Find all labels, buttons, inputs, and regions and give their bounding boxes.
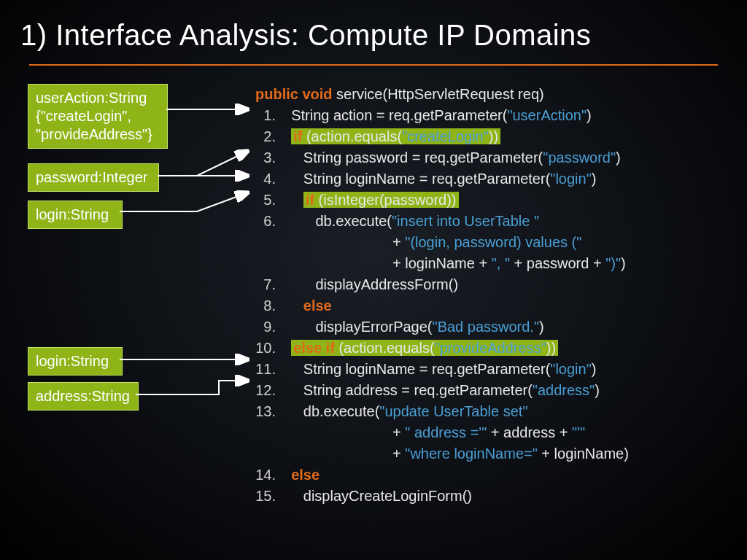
code-signature: public void service(HttpServletRequest r…	[255, 84, 629, 105]
code-line-13b: + " address ='" + address + "'"	[255, 422, 629, 443]
code-line-15: 15. displayCreateLoginForm()	[255, 486, 629, 507]
code-line-10: 10. else if (action.equals("provideAddre…	[255, 338, 629, 359]
slide: 1) Interface Analysis: Compute IP Domain…	[0, 0, 747, 560]
code-line-6c: + loginName + ", " + password + ")")	[255, 253, 629, 274]
code-line-13c: + "where loginName=" + loginName)	[255, 443, 629, 464]
code-line-13: 13. db.execute("update UserTable set"	[255, 401, 629, 422]
code-line-5: 5. if (isInteger(password))	[255, 190, 629, 211]
code-listing: public void service(HttpServletRequest r…	[255, 84, 629, 507]
code-line-3: 3. String password = req.getParameter("p…	[255, 147, 629, 168]
code-line-7: 7. displayAddressForm()	[255, 274, 629, 295]
code-line-1: 1. String action = req.getParameter("use…	[255, 105, 629, 126]
code-line-12: 12. String address = req.getParameter("a…	[255, 380, 629, 401]
code-line-6: 6. db.execute("insert into UserTable "	[255, 211, 629, 232]
code-line-4: 4. String loginName = req.getParameter("…	[255, 168, 629, 190]
code-line-8: 8. else	[255, 295, 629, 316]
code-line-2: 2. if (action.equals("createLogin"))	[255, 126, 629, 147]
code-line-9: 9. displayErrorPage("Bad password.")	[255, 316, 629, 338]
code-line-6b: + "(login, password) values ("	[255, 232, 629, 253]
code-line-14: 14. else	[255, 464, 629, 486]
code-line-11: 11. String loginName = req.getParameter(…	[255, 359, 629, 380]
